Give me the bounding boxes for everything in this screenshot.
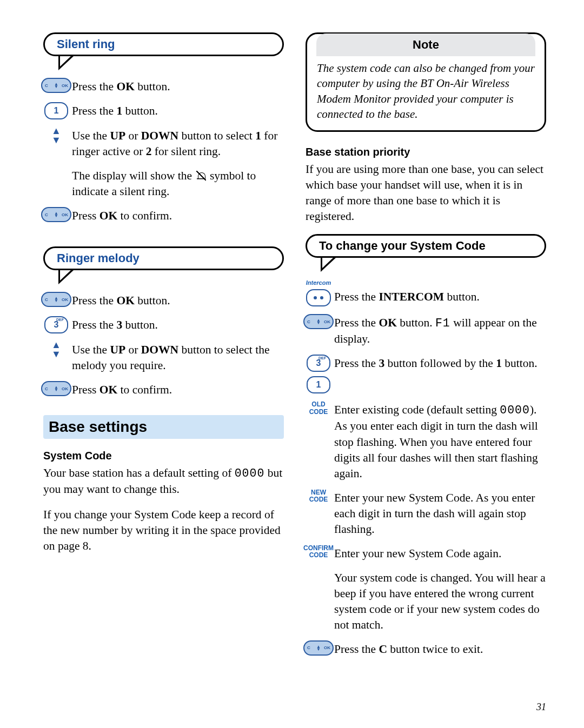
ok-key-icon: C ▲▼ OK	[303, 314, 334, 329]
note-body: The system code can also be changed from…	[317, 61, 535, 122]
step-text: Press the 1 button.	[72, 102, 284, 119]
ok-key-icon: C ▲▼ OK	[41, 78, 71, 93]
body-text: If you are using more than one base, you…	[306, 162, 546, 224]
key-3-icon: DEF3	[307, 355, 330, 372]
left-column: Silent ring C ▲▼ OK Press the OK button.	[43, 32, 284, 665]
ok-key-icon: C ▲▼ OK	[303, 640, 334, 656]
intercom-label: Intercom	[306, 279, 331, 286]
confirm-code-label: CONFIRM CODE	[303, 545, 334, 559]
intercom-key-icon	[306, 289, 331, 306]
new-code-label: NEW CODE	[303, 489, 334, 503]
key-1-icon: 1	[307, 376, 330, 393]
ringer-melody-heading: Ringer melody	[43, 246, 284, 270]
updown-icon: ▲▼	[51, 127, 61, 144]
page-number: 31	[536, 702, 546, 713]
key-1-icon: 1	[44, 102, 68, 119]
old-code-label: OLD CODE	[303, 401, 334, 415]
note-box: Note The system code can also be changed…	[306, 32, 546, 132]
ringer-melody-steps: C ▲▼ OK Press the OK button. DEF3 Press …	[41, 292, 284, 398]
silent-ring-heading: Silent ring	[43, 32, 284, 56]
step-text: Use the UP or DOWN button to select 1 fo…	[72, 127, 284, 159]
body-text: If you change your System Code keep a re…	[43, 507, 284, 554]
step-text: Press OK to confirm.	[72, 207, 284, 224]
bell-icon	[196, 171, 206, 181]
base-priority-subhead: Base station priority	[306, 146, 546, 158]
step-text: The display will show the symbol to indi…	[72, 167, 284, 199]
ok-key-icon: C ▲▼ OK	[41, 207, 71, 222]
ok-key-icon: C ▲▼ OK	[41, 292, 71, 307]
updown-icon: ▲▼	[51, 341, 61, 358]
body-text: Your base station has a default setting …	[43, 465, 284, 497]
step-text: Press the OK button.	[72, 78, 284, 95]
system-code-subhead: System Code	[43, 450, 284, 462]
right-column: Note The system code can also be changed…	[306, 32, 546, 665]
silent-ring-steps: C ▲▼ OK Press the OK button. 1 Press the…	[41, 78, 284, 224]
base-settings-heading: Base settings	[43, 415, 284, 439]
change-system-code-heading: To change your System Code	[306, 234, 546, 258]
note-title: Note	[316, 34, 535, 56]
key-3-icon: DEF3	[44, 316, 68, 333]
change-code-steps: Intercom Press the INTERCOM button. C ▲▼…	[303, 279, 546, 657]
ok-key-icon: C ▲▼ OK	[41, 381, 71, 396]
